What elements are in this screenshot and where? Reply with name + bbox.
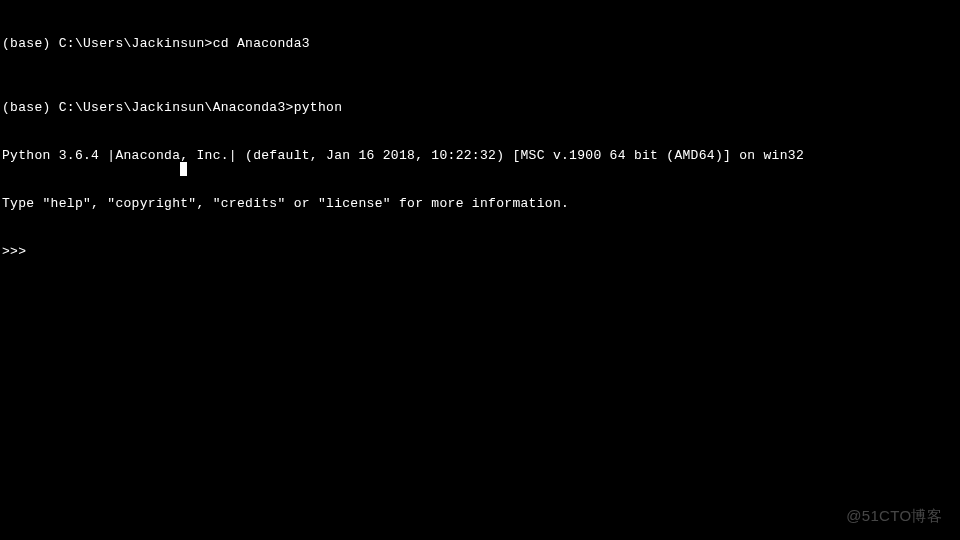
prompt-2: (base) C:\Users\Jackinsun\Anaconda3>	[2, 100, 294, 115]
command-line-2: (base) C:\Users\Jackinsun\Anaconda3>pyth…	[2, 100, 958, 116]
python-help-line: Type "help", "copyright", "credits" or "…	[2, 196, 958, 212]
python-version-line: Python 3.6.4 |Anaconda, Inc.| (default, …	[2, 148, 958, 164]
command-line-1: (base) C:\Users\Jackinsun>cd Anaconda3	[2, 36, 958, 52]
terminal-output[interactable]: (base) C:\Users\Jackinsun>cd Anaconda3 (…	[0, 0, 960, 280]
text-cursor	[180, 162, 187, 176]
command-2: python	[294, 100, 343, 115]
command-1: cd Anaconda3	[213, 36, 310, 51]
watermark-text: @51CTO博客	[846, 507, 942, 526]
prompt-1: (base) C:\Users\Jackinsun>	[2, 36, 213, 51]
python-repl-prompt[interactable]: >>>	[2, 244, 958, 260]
